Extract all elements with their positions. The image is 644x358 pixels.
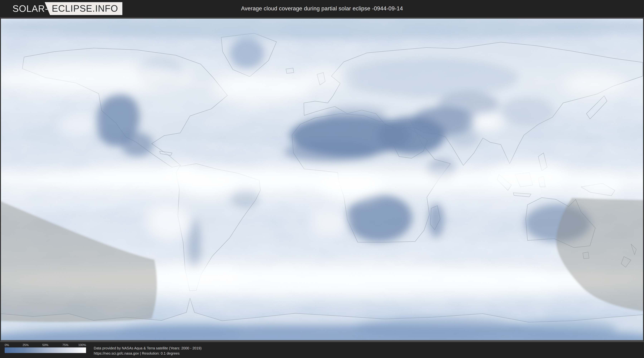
legend-tick-labels: 0% 25% 50% 75% 100% xyxy=(5,343,86,347)
credit-line-source: Data provided by NASAs Aqua & Terra sate… xyxy=(94,346,202,351)
data-credits: Data provided by NASAs Aqua & Terra sate… xyxy=(94,346,202,356)
legend-tick-100: 100% xyxy=(78,343,86,347)
footer-bar: 0% 25% 50% 75% 100% Data provided by NAS… xyxy=(0,342,644,358)
world-map-svg xyxy=(1,19,643,340)
legend-tick-0: 0% xyxy=(5,343,9,347)
legend-tick-75: 75% xyxy=(62,343,68,347)
site-logo[interactable]: SOLAR-ECLIPSE.INFO xyxy=(12,2,122,15)
credit-line-url: https://neo.sci.gsfc.nasa.gov | Resoluti… xyxy=(94,351,202,356)
logo-text-solar: SOLAR- xyxy=(12,3,48,14)
cloud-coverage-map xyxy=(0,17,644,342)
legend-tick-50: 50% xyxy=(42,343,48,347)
logo-text-eclipse-info: ECLIPSE.INFO xyxy=(45,2,122,15)
cloud-coverage-legend: 0% 25% 50% 75% 100% xyxy=(5,343,86,353)
legend-tick-25: 25% xyxy=(22,343,28,347)
legend-gradient-bar xyxy=(5,347,86,353)
page-title: Average cloud coverage during partial so… xyxy=(241,5,403,12)
iceland xyxy=(286,68,294,73)
header-bar: SOLAR-ECLIPSE.INFO Average cloud coverag… xyxy=(0,0,644,17)
